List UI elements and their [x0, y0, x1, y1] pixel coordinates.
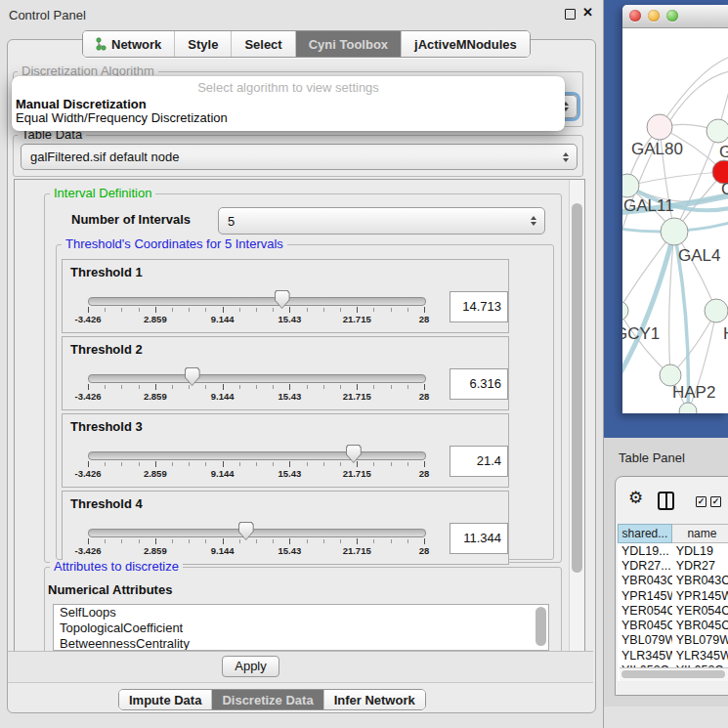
table-row[interactable]: YLR345WYLR345W [618, 648, 728, 663]
slider-major-tick [424, 307, 425, 313]
threshold-value-field[interactable]: 21.4 [450, 446, 508, 477]
threshold-slider-track[interactable] [88, 374, 426, 383]
tab-discretize-data[interactable]: Discretize Data [211, 690, 322, 709]
network-node[interactable] [679, 403, 697, 413]
float-window-icon[interactable] [565, 9, 576, 20]
numerical-attributes-label: Numerical Attributes [48, 582, 172, 597]
threshold-value-field[interactable]: 11.344 [450, 523, 508, 554]
popup-option[interactable]: Equal Width/Frequency Discretization [16, 110, 228, 125]
traffic-light-zoom-icon[interactable] [666, 10, 678, 21]
threshold-slider-thumb[interactable] [275, 290, 290, 309]
network-node-label: C [721, 180, 728, 198]
slider-major-tick [424, 384, 425, 390]
threshold-stack: Threshold 1 14.713 -3.4262.8599.14415.43… [62, 259, 509, 568]
table-row[interactable]: YDL19...YDL19 [618, 543, 728, 558]
threshold-slider-thumb[interactable] [185, 367, 200, 386]
popup-hint: Select algorithm to view settings [12, 80, 565, 95]
slider-tick-label: -3.426 [75, 468, 102, 479]
close-icon[interactable]: ✕ [582, 5, 593, 20]
settings-scrollbar-thumb[interactable] [572, 203, 582, 573]
tab-jactivemnodules[interactable]: jActiveMNodules [401, 31, 530, 57]
network-node[interactable] [661, 218, 688, 245]
slider-major-tick [155, 384, 156, 390]
table-panel-footer [604, 707, 728, 728]
slider-tick-label: 9.144 [211, 314, 235, 324]
slider-tick-label: 21.715 [343, 391, 371, 402]
column-header-shared-name[interactable]: shared... [618, 524, 672, 543]
slider-tick-label: 9.144 [211, 391, 235, 402]
network-node[interactable] [707, 119, 728, 143]
table-data-combo[interactable]: galFiltered.sif default node [21, 144, 578, 170]
table-row[interactable]: YPR145WYPR145W [618, 588, 728, 603]
table-row[interactable]: YER054CYER054C [618, 603, 728, 618]
table-row[interactable]: YBR043CYBR043C [618, 574, 728, 588]
network-node-label: H [723, 324, 728, 343]
network-canvas[interactable]: GAL80GACGAL11GAL4GCY1HHAP2 [622, 27, 728, 413]
tab-label: Style [188, 37, 218, 52]
gear-icon[interactable]: ⚙ [628, 490, 643, 506]
slider-major-tick [289, 461, 290, 467]
table-row[interactable]: YBL079WYBL079W [618, 633, 728, 648]
traffic-light-minimize-icon[interactable] [648, 10, 660, 21]
tab-style[interactable]: Style [174, 31, 231, 57]
slider-minor-ticks [88, 308, 425, 312]
slider-minor-ticks [88, 539, 425, 543]
slider-major-tick [424, 461, 425, 467]
number-of-intervals-label: Number of Intervals [71, 212, 191, 227]
slider-tick-label: 15.43 [278, 314, 302, 324]
slider-tick-label: -3.426 [75, 545, 102, 556]
split-columns-icon[interactable] [658, 492, 674, 510]
slider-tick-label: 2.859 [144, 545, 167, 556]
network-node-label: GA [719, 143, 728, 161]
slider-major-tick [357, 538, 358, 544]
network-node[interactable] [705, 299, 728, 322]
threshold-label: Threshold 4 [70, 496, 143, 511]
list-scrollbar-thumb[interactable] [535, 607, 546, 646]
number-of-intervals-combo[interactable]: 5 [218, 207, 545, 235]
threshold-value-field[interactable]: 6.316 [450, 368, 508, 400]
table-row[interactable]: YBR045CYBR045C [618, 618, 728, 632]
checked-checkbox-icon[interactable]: ✓ [710, 496, 721, 507]
popup-option[interactable]: Manual Discretization [16, 97, 147, 111]
network-window-titlebar[interactable] [622, 5, 728, 28]
cell-shared-name: YBR045C [618, 619, 672, 632]
settings-scrollpane: Interval Definition Number of Intervals … [14, 179, 585, 652]
table-panel-window: ⚙ ✓ ✓ shared... name YDL19...YDL19YDR27.… [615, 476, 728, 696]
number-of-intervals-value: 5 [228, 208, 235, 234]
table-hscrollbar-thumb[interactable] [621, 670, 725, 678]
tab-impute-data[interactable]: Impute Data [119, 690, 211, 709]
traffic-light-close-icon[interactable] [629, 10, 641, 21]
slider-tick-label: 15.43 [278, 545, 302, 556]
attribute-list-item[interactable]: BetweennessCentrality [54, 636, 548, 651]
tab-select[interactable]: Select [231, 31, 294, 57]
cell-shared-name: YBR043C [618, 574, 672, 587]
threshold-slider-track[interactable] [88, 297, 426, 306]
threshold-slider-track[interactable] [88, 451, 426, 460]
table-row[interactable]: YDR27...YDR27 [618, 558, 728, 573]
settings-scrollbar[interactable] [569, 180, 584, 651]
table-hscrollbar[interactable] [620, 667, 728, 681]
threshold-value-field[interactable]: 14.713 [450, 291, 508, 322]
threshold-box: Threshold 1 14.713 -3.4262.8599.14415.43… [62, 259, 509, 333]
table-data-combo-value: galFiltered.sif default node [30, 145, 179, 169]
apply-button[interactable]: Apply [222, 656, 279, 677]
slider-major-tick [88, 384, 89, 390]
network-node[interactable] [647, 114, 672, 140]
tab-network[interactable]: Network [83, 31, 174, 57]
tab-infer-network[interactable]: Infer Network [323, 690, 425, 709]
slider-major-tick [289, 307, 290, 313]
network-node-label: GAL80 [631, 140, 683, 158]
attribute-list-item[interactable]: TopologicalCoefficient [54, 621, 548, 636]
node-table: shared... name YDL19...YDL19YDR27...YDR2… [618, 524, 728, 681]
cell-shared-name: YLR345W [618, 649, 672, 663]
slider-tick-label: 21.715 [343, 314, 371, 324]
threshold-label: Threshold 3 [70, 419, 143, 434]
checked-checkbox-icon[interactable]: ✓ [696, 496, 707, 507]
column-header-name[interactable]: name [672, 524, 728, 543]
threshold-slider-thumb[interactable] [346, 445, 362, 463]
threshold-slider-track[interactable] [88, 529, 426, 537]
tab-cyni-toolbox[interactable]: Cyni Toolbox [295, 31, 401, 57]
network-node[interactable] [622, 301, 628, 321]
threshold-slider-thumb[interactable] [238, 522, 254, 540]
attribute-list-item[interactable]: SelfLoops [54, 605, 548, 621]
